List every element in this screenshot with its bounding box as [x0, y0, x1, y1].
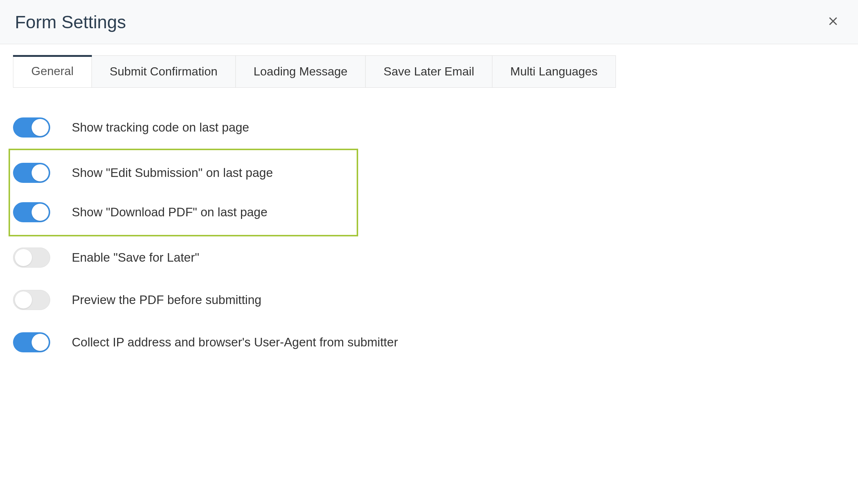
setting-label: Collect IP address and browser's User-Ag… [72, 335, 398, 349]
toggle-knob [32, 164, 49, 181]
dialog-content: General Submit Confirmation Loading Mess… [0, 44, 858, 375]
settings-list: Show tracking code on last page Show "Ed… [13, 106, 845, 364]
close-button[interactable] [823, 11, 843, 33]
setting-row-collect-ip: Collect IP address and browser's User-Ag… [13, 321, 845, 364]
toggle-tracking-code[interactable] [13, 117, 50, 138]
setting-label: Preview the PDF before submitting [72, 293, 261, 307]
setting-row-save-for-later: Enable "Save for Later" [13, 236, 845, 279]
dialog-title: Form Settings [15, 12, 126, 32]
tab-save-later-email[interactable]: Save Later Email [366, 55, 492, 88]
tabs-container: General Submit Confirmation Loading Mess… [13, 55, 845, 88]
toggle-knob [32, 334, 49, 351]
highlight-box: Show "Edit Submission" on last page Show… [9, 149, 358, 236]
toggle-knob [15, 249, 32, 266]
toggle-knob [32, 119, 49, 136]
toggle-edit-submission[interactable] [13, 163, 50, 183]
toggle-knob [15, 291, 32, 308]
setting-row-download-pdf: Show "Download PDF" on last page [13, 193, 354, 232]
dialog-header: Form Settings [0, 0, 858, 44]
setting-row-edit-submission: Show "Edit Submission" on last page [13, 153, 354, 193]
toggle-preview-pdf[interactable] [13, 290, 50, 310]
setting-row-tracking-code: Show tracking code on last page [13, 106, 845, 149]
tab-general[interactable]: General [13, 55, 92, 88]
setting-label: Show tracking code on last page [72, 120, 249, 135]
toggle-collect-ip[interactable] [13, 332, 50, 352]
toggle-knob [32, 204, 49, 221]
tab-loading-message[interactable]: Loading Message [236, 55, 366, 88]
toggle-save-for-later[interactable] [13, 248, 50, 268]
tab-submit-confirmation[interactable]: Submit Confirmation [92, 55, 236, 88]
toggle-download-pdf[interactable] [13, 202, 50, 222]
setting-row-preview-pdf: Preview the PDF before submitting [13, 279, 845, 321]
setting-label: Show "Edit Submission" on last page [72, 166, 273, 180]
setting-label: Enable "Save for Later" [72, 251, 199, 265]
tab-multi-languages[interactable]: Multi Languages [492, 55, 616, 88]
setting-label: Show "Download PDF" on last page [72, 205, 267, 219]
close-icon [826, 14, 840, 28]
